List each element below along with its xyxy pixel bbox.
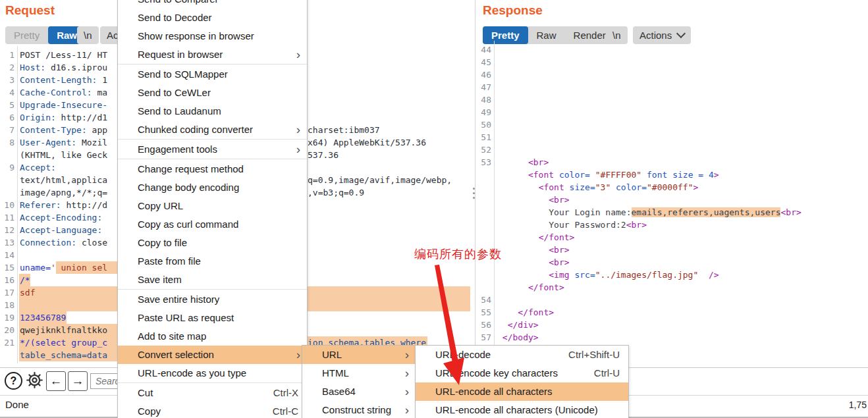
menu-item-save-item[interactable]: Save item (118, 271, 307, 289)
menu-item-save-entire-history[interactable]: Save entire history (118, 290, 307, 309)
chevron-down-icon (676, 29, 686, 38)
response-line[interactable]: 55 </font> (475, 306, 868, 319)
menu-item-request-in-browser[interactable]: Request in browser› (118, 45, 307, 64)
line-number: 20 (0, 324, 14, 336)
menu-item-base64[interactable]: Base64› (302, 382, 416, 401)
forward-arrow-button[interactable]: → (68, 371, 88, 391)
menu-item-url-decode[interactable]: URL-decodeCtrl+Shift-U (416, 346, 628, 364)
response-line[interactable]: 51 (475, 131, 868, 144)
menu-item-send-to-cewler[interactable]: Send to CeWLer (118, 84, 307, 102)
line-number: 1 (0, 49, 14, 61)
line-number: 9 (0, 161, 14, 174)
response-line[interactable]: <br> (475, 244, 868, 256)
response-line[interactable]: 54 (475, 294, 868, 306)
response-line[interactable]: 56 </div> (475, 319, 868, 331)
menu-item-construct-string[interactable]: Construct string› (302, 401, 416, 418)
menu-item-copy[interactable]: CopyCtrl-C (118, 402, 307, 418)
menu-item-convert-selection[interactable]: Convert selection› (118, 346, 307, 364)
menu-item-html[interactable]: HTML› (302, 364, 416, 382)
tab-response-pretty[interactable]: Pretty (483, 26, 528, 44)
response-line[interactable]: </font> (475, 281, 868, 294)
help-icon[interactable]: ? (5, 372, 22, 390)
response-newline-toggle[interactable]: \n (606, 26, 628, 44)
line-number: 5 (0, 99, 14, 111)
menu-item-url-encode-all-characters-unicode[interactable]: URL-encode all characters (Unicode) (416, 401, 628, 418)
menu-item-engagement-tools[interactable]: Engagement tools› (118, 140, 307, 159)
response-panel-title: Response (483, 3, 543, 18)
response-line[interactable]: 49 (475, 106, 868, 118)
burp-repeater-screen: { "colors":{"accent_orange":"#ec5f28","t… (0, 0, 868, 418)
menu-item-cut[interactable]: CutCtrl-X (118, 384, 307, 402)
line-number: 21 (0, 336, 14, 349)
menu-item-show-response-in-browser[interactable]: Show response in browser (118, 27, 307, 45)
response-line[interactable]: <font color= "#FFFF00" font size = 4> (475, 169, 868, 181)
line-number: 8 (0, 136, 14, 149)
response-line[interactable]: 45 (475, 56, 868, 68)
menu-item-url[interactable]: URL› (302, 346, 416, 364)
line-number: 44 (475, 43, 491, 56)
response-gutter-divider (494, 41, 495, 367)
line-number: 51 (475, 131, 491, 144)
menu-item-send-to-laudanum[interactable]: Send to Laudanum (118, 102, 307, 120)
line-number: 14 (0, 249, 14, 261)
submenu-arrow-icon: › (296, 140, 300, 159)
request-newline-toggle[interactable]: \n (77, 26, 99, 44)
submenu-arrow-icon: › (296, 45, 300, 64)
menu-item-send-to-comparer[interactable]: Send to Comparer (118, 0, 307, 9)
line-number: 49 (475, 106, 491, 118)
gear-icon[interactable] (25, 371, 44, 392)
line-number: 46 (475, 68, 491, 81)
back-arrow-button[interactable]: ← (46, 371, 66, 391)
response-line[interactable]: <br> (475, 194, 868, 206)
response-line[interactable]: </font> (475, 231, 868, 244)
menu-item-copy-url[interactable]: Copy URL (118, 197, 307, 215)
menu-item-change-request-method[interactable]: Change request method (118, 160, 307, 178)
menu-item-send-to-sqlmapper[interactable]: Send to SQLMapper (118, 65, 307, 84)
response-line[interactable]: <img src="../images/flag.jpg" /> (475, 269, 868, 281)
line-number: 15 (0, 261, 14, 274)
submenu-arrow-icon: › (405, 382, 409, 401)
response-line[interactable]: 57 </body> (475, 331, 868, 344)
tab-request-pretty[interactable]: Pretty (5, 26, 48, 44)
response-line[interactable]: <br> (475, 256, 868, 269)
line-number: 11 (0, 211, 14, 224)
response-actions-button[interactable]: Actions (633, 26, 691, 44)
tab-response-raw[interactable]: Raw (528, 26, 565, 44)
menu-item-paste-from-file[interactable]: Paste from file (118, 252, 307, 271)
line-number: 54 (475, 294, 491, 306)
annotation-text: 编码所有的参数 (414, 246, 502, 262)
menu-item-url-encode-all-characters[interactable]: URL-encode all characters (416, 382, 628, 401)
submenu-arrow-icon: › (405, 401, 409, 418)
line-number: 10 (0, 199, 14, 211)
response-line[interactable]: Your Password:2<br> (475, 219, 868, 231)
line-number: 18 (0, 299, 14, 311)
menu-item-paste-url-as-request[interactable]: Paste URL as request (118, 309, 307, 327)
response-line[interactable]: 50 (475, 118, 868, 131)
response-line[interactable]: 46 (475, 68, 868, 81)
line-number: 57 (475, 331, 491, 344)
menu-item-send-to-decoder[interactable]: Send to Decoder (118, 9, 307, 27)
line-number: 19 (0, 311, 14, 324)
menu-item-copy-to-file[interactable]: Copy to file (118, 234, 307, 252)
menu-item-copy-as-curl-command[interactable]: Copy as curl command (118, 215, 307, 234)
response-line[interactable]: Your Login name:emails,referers,uagents,… (475, 206, 868, 219)
response-line[interactable]: 52 (475, 144, 868, 156)
line-number: 13 (0, 236, 14, 249)
response-line[interactable]: <font size="3" color="#0000ff"> (475, 181, 868, 194)
line-number: 16 (0, 274, 14, 286)
response-editor[interactable]: 44454647484950515253 <br> <font color= "… (475, 43, 868, 344)
line-number: 50 (475, 118, 491, 131)
line-number: 48 (475, 93, 491, 106)
request-gutter-divider (17, 46, 18, 363)
menu-item-chunked-coding-converter[interactable]: Chunked coding converter› (118, 120, 307, 139)
menu-item-add-to-site-map[interactable]: Add to site map (118, 327, 307, 346)
response-line[interactable]: 47 (475, 81, 868, 93)
menu-item-url-encode-key-characters[interactable]: URL-encode key charactersCtrl-U (416, 364, 628, 382)
submenu-arrow-icon: › (405, 346, 409, 364)
response-line[interactable]: 44 (475, 43, 868, 56)
response-line[interactable]: 48 (475, 93, 868, 106)
line-number: 4 (0, 86, 14, 99)
menu-item-url-encode-as-you-type[interactable]: URL-encode as you type (118, 364, 307, 382)
response-line[interactable]: 53 <br> (475, 156, 868, 169)
menu-item-change-body-encoding[interactable]: Change body encoding (118, 178, 307, 197)
